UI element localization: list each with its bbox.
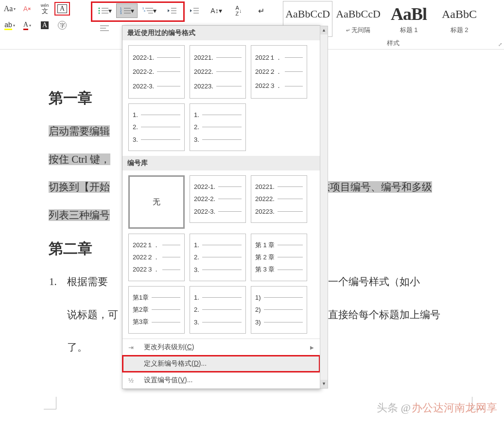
numbering-option[interactable]: 2022１．2022２．2022３． — [251, 45, 307, 99]
style-heading2[interactable]: AaBbC 标题 2 — [434, 1, 484, 37]
numbering-option[interactable]: 2022-1.2022-2.2022-3. — [190, 175, 246, 223]
numbered-list-btn[interactable]: 123▾ — [116, 3, 138, 18]
numbering-option[interactable]: 第1章第2章第3章 — [128, 286, 185, 334]
svg-text:a: a — [144, 9, 145, 12]
section-recent-header: 最近使用过的编号格式 — [122, 26, 320, 40]
increase-indent-btn[interactable] — [183, 3, 205, 18]
svg-point-0 — [98, 8, 100, 9]
numbering-option-none[interactable]: 无 — [128, 175, 185, 229]
font-group-launcher-icon[interactable]: ⤢ — [498, 42, 502, 47]
multilevel-list-btn[interactable]: 1a▾ — [139, 3, 160, 18]
scrollbar-up-icon[interactable]: ▲ — [320, 26, 328, 34]
doc-text-sel[interactable]: 按住 Ctrl 键， — [49, 153, 110, 165]
pinyin-btn[interactable]: wén文 — [37, 2, 52, 16]
numbering-option[interactable]: 2022１．2022２．2022３． — [128, 234, 185, 281]
dropdown-scrollbar[interactable]: ▲ ▼ — [320, 26, 328, 389]
numbering-option[interactable]: 20221.20222.20223. — [251, 175, 307, 223]
recent-grid: 2022-1.2022-2.2022-3.20221.20222.20223.2… — [122, 40, 320, 156]
numbering-option[interactable]: 第 1 章第 2 章第 3 章 — [251, 234, 307, 281]
numbering-option[interactable]: 1)2)3) — [251, 286, 307, 334]
sort-btn[interactable]: AZ↓ — [228, 3, 249, 18]
section-library-header: 编号库 — [122, 156, 320, 170]
page-corner — [44, 397, 56, 409]
numbering-option[interactable]: 2022-1.2022-2.2022-3. — [128, 45, 185, 99]
align-left-btn[interactable] — [94, 21, 115, 35]
doc-text-sel[interactable]: 切换到【开始 — [49, 181, 110, 193]
numbering-dropdown: ▲ ▼ 最近使用过的编号格式 2022-1.2022-2.2022-3.2022… — [122, 25, 320, 389]
indent-icon: ⇥ — [128, 344, 137, 351]
library-grid: 无2022-1.2022-2.2022-3.20221.20222.20223.… — [122, 170, 320, 338]
asian-layout-btn[interactable]: A↕▾ — [206, 3, 227, 18]
svg-point-2 — [98, 10, 100, 12]
svg-point-4 — [98, 13, 100, 14]
menu-define-new-format[interactable]: 定义新编号格式(D)... — [122, 355, 320, 372]
clear-format-btn[interactable]: A✖ — [19, 2, 35, 16]
ribbon-font-group: Aa▾ A✖ wén文 A ab▾ A▾ A 字 ⤢ — [0, 0, 90, 49]
enclose-char-btn[interactable]: 字 — [54, 18, 70, 32]
watermark: 头条 @办公达河南龙网享 — [377, 401, 497, 415]
decrease-indent-btn[interactable] — [161, 3, 182, 18]
numbering-option[interactable]: 1.2.3. — [190, 234, 246, 281]
style-heading1[interactable]: AaBl 标题 1 — [384, 1, 434, 37]
submenu-arrow-icon: ▶ — [310, 345, 314, 350]
menu-set-value[interactable]: ½ 设置编号值(V)... — [122, 372, 320, 389]
char-shading-btn[interactable]: A — [37, 18, 52, 32]
scrollbar-down-icon[interactable]: ▼ — [320, 380, 328, 388]
style-no-spacing[interactable]: AaBbCcD ↵无间隔 — [333, 1, 383, 37]
set-value-icon: ½ — [128, 377, 137, 384]
numbering-option[interactable]: 1.2.3. — [190, 286, 246, 334]
bullet-list-btn[interactable]: ▾ — [94, 3, 115, 18]
font-size-btn[interactable]: Aa▾ — [2, 2, 17, 16]
doc-text-sel[interactable]: 启动需要编辑 — [49, 125, 110, 137]
show-marks-btn[interactable]: ↵ — [250, 3, 272, 18]
font-color-btn[interactable]: A▾ — [19, 18, 35, 32]
numbering-option[interactable]: 20221.20222.20223. — [190, 45, 246, 99]
menu-change-level[interactable]: ⇥ 更改列表级别(C) ▶ — [122, 339, 320, 355]
numbering-option[interactable]: 1.2.3. — [190, 103, 246, 151]
svg-text:3: 3 — [120, 12, 122, 15]
doc-text-sel[interactable]: 列表三种编号 — [49, 209, 110, 221]
highlight-btn[interactable]: ab▾ — [2, 18, 17, 32]
numbering-option[interactable]: 1.2.3. — [128, 103, 185, 151]
char-border-btn[interactable]: A — [54, 2, 70, 16]
